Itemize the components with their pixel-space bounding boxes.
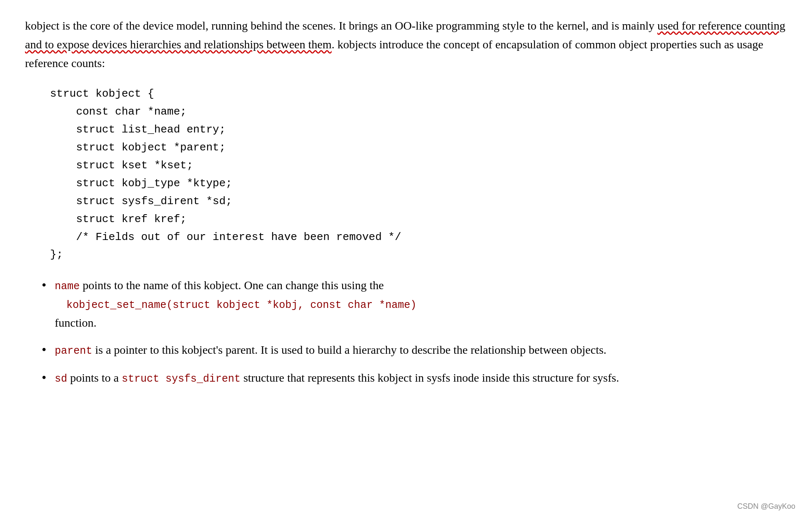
bullet-dot-3: • [42,367,46,388]
code-sysfs-dirent: struct sysfs_dirent [122,373,241,385]
code-line-4: struct kobject *parent; [50,139,787,157]
bullet-item-name: • name points to the name of this kobjec… [42,276,787,332]
code-line-3: struct list_head entry; [50,121,787,139]
code-parent: parent [55,345,92,357]
bullet-item-parent: • parent is a pointer to this kobject's … [42,341,787,360]
code-line-7: struct sysfs_dirent *sd; [50,192,787,210]
code-sd: sd [55,373,67,385]
code-line-8: struct kref kref; [50,210,787,228]
bullet-content-3: sd points to a struct sysfs_dirent struc… [55,369,787,388]
code-line-10: }; [50,246,787,264]
code-block: struct kobject { const char *name; struc… [50,85,787,264]
code-line-9: /* Fields out of our interest have been … [50,228,787,246]
code-line-6: struct kobj_type *ktype; [50,175,787,192]
bullet-text-1a: points to the name of this kobject. One … [83,279,383,292]
intro-text-before: kobject is the core of the device model,… [25,19,657,32]
code-line-2: const char *name; [50,103,787,121]
bullet-text-2: is a pointer to this kobject's parent. I… [95,343,606,356]
code-line-1: struct kobject { [50,85,787,103]
bullet-content-1: name points to the name of this kobject.… [55,276,787,332]
bullet-text-3a: points to a [70,371,122,384]
bullet-dot-1: • [42,275,46,296]
bullet-item-sd: • sd points to a struct sysfs_dirent str… [42,369,787,388]
bullet-list: • name points to the name of this kobjec… [42,276,787,388]
bullet-dot-2: • [42,339,46,360]
bullet-content-2: parent is a pointer to this kobject's pa… [55,341,787,360]
code-name: name [55,280,80,292]
bullet-text-3b: structure that represents this kobject i… [243,371,619,384]
bullet-text-1b: function. [55,316,96,329]
code-kobject-set-name: kobject_set_name(struct kobject *kobj, c… [66,299,416,311]
code-line-5: struct kset *kset; [50,157,787,175]
intro-paragraph: kobject is the core of the device model,… [25,17,787,72]
